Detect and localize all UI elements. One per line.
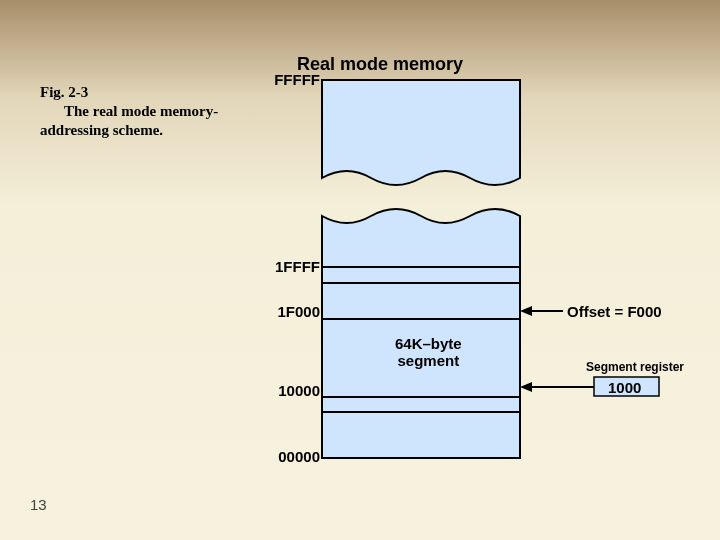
svg-marker-9	[520, 382, 532, 392]
slide-number: 13	[30, 496, 47, 513]
figure-caption-line1: Fig. 2-3	[40, 84, 88, 101]
svg-marker-7	[520, 306, 532, 316]
offset-label: Offset = F000	[567, 303, 662, 320]
segment-block-label: 64K–byte segment	[395, 335, 462, 370]
segment-block-line2: segment	[398, 352, 460, 369]
addr-seg-hi: 1FFFF	[262, 258, 320, 275]
addr-bottom: 00000	[262, 448, 320, 465]
segment-block-line1: 64K–byte	[395, 335, 462, 352]
segment-register-value: 1000	[608, 379, 641, 396]
figure-caption-line2: The real mode memory-	[64, 103, 218, 120]
addr-seg-lo: 10000	[262, 382, 320, 399]
addr-top: FFFFF	[262, 71, 320, 88]
figure-caption-line3: addressing scheme.	[40, 122, 163, 139]
segment-register-caption: Segment register	[586, 360, 684, 374]
addr-offset: 1F000	[262, 303, 320, 320]
diagram-svg	[0, 0, 720, 540]
page-title: Real mode memory	[297, 54, 463, 75]
